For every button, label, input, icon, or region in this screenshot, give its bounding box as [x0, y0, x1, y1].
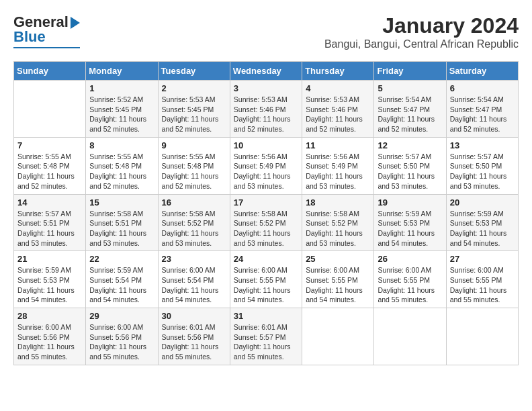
weekday-header: Thursday: [302, 62, 374, 81]
calendar-cell: [302, 308, 374, 365]
calendar-cell: 19Sunrise: 5:59 AMSunset: 5:53 PMDayligh…: [374, 194, 446, 251]
day-number: 23: [162, 254, 226, 264]
day-info: Sunrise: 6:00 AMSunset: 5:55 PMDaylight:…: [378, 265, 442, 305]
page-subtitle: Bangui, Bangui, Central African Republic: [324, 38, 519, 50]
day-info: Sunrise: 5:52 AMSunset: 5:45 PMDaylight:…: [89, 95, 154, 134]
day-info: Sunrise: 5:59 AMSunset: 5:54 PMDaylight:…: [89, 265, 154, 305]
day-info: Sunrise: 6:01 AMSunset: 5:57 PMDaylight:…: [234, 322, 298, 362]
calendar-cell: [374, 308, 446, 365]
day-number: 5: [378, 83, 442, 93]
logo: General Blue: [13, 13, 80, 48]
day-number: 27: [450, 254, 515, 264]
calendar-cell: 1Sunrise: 5:52 AMSunset: 5:45 PMDaylight…: [86, 81, 158, 138]
day-number: 26: [378, 254, 442, 264]
calendar-cell: 31Sunrise: 6:01 AMSunset: 5:57 PMDayligh…: [230, 308, 302, 365]
day-info: Sunrise: 5:59 AMSunset: 5:53 PMDaylight:…: [378, 209, 442, 248]
day-number: 6: [450, 83, 515, 93]
day-number: 31: [234, 311, 298, 321]
calendar-table: SundayMondayTuesdayWednesdayThursdayFrid…: [13, 61, 519, 365]
calendar-cell: 30Sunrise: 6:01 AMSunset: 5:56 PMDayligh…: [158, 308, 230, 365]
day-info: Sunrise: 5:59 AMSunset: 5:53 PMDaylight:…: [17, 265, 82, 305]
calendar-cell: 10Sunrise: 5:56 AMSunset: 5:49 PMDayligh…: [230, 137, 302, 194]
day-number: 17: [234, 197, 298, 208]
calendar-cell: 6Sunrise: 5:54 AMSunset: 5:47 PMDaylight…: [446, 81, 518, 138]
logo-arrow-icon: [71, 17, 80, 29]
day-number: 10: [234, 140, 298, 150]
weekday-header: Wednesday: [230, 62, 302, 81]
day-info: Sunrise: 5:57 AMSunset: 5:50 PMDaylight:…: [450, 152, 515, 191]
calendar-cell: 2Sunrise: 5:53 AMSunset: 5:45 PMDaylight…: [158, 81, 230, 138]
day-info: Sunrise: 5:58 AMSunset: 5:52 PMDaylight:…: [162, 209, 226, 248]
day-info: Sunrise: 5:57 AMSunset: 5:50 PMDaylight:…: [378, 152, 442, 191]
weekday-header: Saturday: [446, 62, 518, 81]
day-number: 14: [17, 197, 82, 208]
weekday-header: Tuesday: [158, 62, 230, 81]
calendar-cell: 23Sunrise: 6:00 AMSunset: 5:54 PMDayligh…: [158, 251, 230, 308]
day-number: 9: [162, 140, 226, 150]
calendar-cell: 4Sunrise: 5:53 AMSunset: 5:46 PMDaylight…: [302, 81, 374, 138]
day-info: Sunrise: 6:00 AMSunset: 5:55 PMDaylight:…: [306, 265, 370, 305]
day-info: Sunrise: 5:55 AMSunset: 5:48 PMDaylight:…: [17, 152, 82, 191]
day-number: 16: [162, 197, 226, 208]
logo-underline: [13, 47, 80, 48]
calendar-cell: 24Sunrise: 6:00 AMSunset: 5:55 PMDayligh…: [230, 251, 302, 308]
day-number: 25: [306, 254, 370, 264]
day-number: 19: [378, 197, 442, 208]
day-number: 8: [89, 140, 154, 150]
day-number: 2: [162, 83, 226, 93]
calendar-cell: 9Sunrise: 5:55 AMSunset: 5:48 PMDaylight…: [158, 137, 230, 194]
day-number: 22: [89, 254, 154, 264]
day-info: Sunrise: 5:54 AMSunset: 5:47 PMDaylight:…: [450, 95, 515, 134]
day-info: Sunrise: 5:58 AMSunset: 5:51 PMDaylight:…: [89, 209, 154, 248]
calendar-cell: [446, 308, 518, 365]
day-number: 3: [234, 83, 298, 93]
calendar-cell: 22Sunrise: 5:59 AMSunset: 5:54 PMDayligh…: [86, 251, 158, 308]
title-block: January 2024 Bangui, Bangui, Central Afr…: [324, 13, 519, 50]
weekday-header: Monday: [86, 62, 158, 81]
day-number: 30: [162, 311, 226, 321]
day-number: 11: [306, 140, 370, 150]
calendar-cell: 25Sunrise: 6:00 AMSunset: 5:55 PMDayligh…: [302, 251, 374, 308]
day-number: 7: [17, 140, 82, 150]
day-info: Sunrise: 5:56 AMSunset: 5:49 PMDaylight:…: [234, 152, 298, 191]
day-info: Sunrise: 5:57 AMSunset: 5:51 PMDaylight:…: [17, 209, 82, 248]
calendar-cell: 20Sunrise: 5:59 AMSunset: 5:53 PMDayligh…: [446, 194, 518, 251]
day-number: 21: [17, 254, 82, 264]
calendar-cell: 3Sunrise: 5:53 AMSunset: 5:46 PMDaylight…: [230, 81, 302, 138]
day-info: Sunrise: 5:54 AMSunset: 5:47 PMDaylight:…: [378, 95, 442, 134]
weekday-header: Friday: [374, 62, 446, 81]
day-info: Sunrise: 5:56 AMSunset: 5:49 PMDaylight:…: [306, 152, 370, 191]
calendar-cell: 12Sunrise: 5:57 AMSunset: 5:50 PMDayligh…: [374, 137, 446, 194]
day-info: Sunrise: 6:00 AMSunset: 5:54 PMDaylight:…: [162, 265, 226, 305]
day-info: Sunrise: 6:01 AMSunset: 5:56 PMDaylight:…: [162, 322, 226, 362]
calendar-cell: 11Sunrise: 5:56 AMSunset: 5:49 PMDayligh…: [302, 137, 374, 194]
day-number: 29: [89, 311, 154, 321]
calendar-cell: 21Sunrise: 5:59 AMSunset: 5:53 PMDayligh…: [14, 251, 86, 308]
day-number: 13: [450, 140, 515, 150]
day-info: Sunrise: 5:53 AMSunset: 5:45 PMDaylight:…: [162, 95, 226, 134]
weekday-header: Sunday: [14, 62, 86, 81]
calendar-cell: 15Sunrise: 5:58 AMSunset: 5:51 PMDayligh…: [86, 194, 158, 251]
day-number: 12: [378, 140, 442, 150]
day-number: 15: [89, 197, 154, 208]
calendar-cell: 5Sunrise: 5:54 AMSunset: 5:47 PMDaylight…: [374, 81, 446, 138]
calendar-cell: 29Sunrise: 6:00 AMSunset: 5:56 PMDayligh…: [86, 308, 158, 365]
day-info: Sunrise: 5:58 AMSunset: 5:52 PMDaylight:…: [306, 209, 370, 248]
calendar-cell: 14Sunrise: 5:57 AMSunset: 5:51 PMDayligh…: [14, 194, 86, 251]
day-info: Sunrise: 5:58 AMSunset: 5:52 PMDaylight:…: [234, 209, 298, 248]
calendar-cell: 7Sunrise: 5:55 AMSunset: 5:48 PMDaylight…: [14, 137, 86, 194]
calendar-cell: 18Sunrise: 5:58 AMSunset: 5:52 PMDayligh…: [302, 194, 374, 251]
day-info: Sunrise: 5:55 AMSunset: 5:48 PMDaylight:…: [162, 152, 226, 191]
calendar-cell: 17Sunrise: 5:58 AMSunset: 5:52 PMDayligh…: [230, 194, 302, 251]
day-info: Sunrise: 6:00 AMSunset: 5:55 PMDaylight:…: [234, 265, 298, 305]
day-number: 18: [306, 197, 370, 208]
day-info: Sunrise: 5:53 AMSunset: 5:46 PMDaylight:…: [306, 95, 370, 134]
day-info: Sunrise: 6:00 AMSunset: 5:55 PMDaylight:…: [450, 265, 515, 305]
calendar-cell: 13Sunrise: 5:57 AMSunset: 5:50 PMDayligh…: [446, 137, 518, 194]
day-info: Sunrise: 5:55 AMSunset: 5:48 PMDaylight:…: [89, 152, 154, 191]
calendar-cell: 28Sunrise: 6:00 AMSunset: 5:56 PMDayligh…: [14, 308, 86, 365]
day-number: 20: [450, 197, 515, 208]
day-info: Sunrise: 6:00 AMSunset: 5:56 PMDaylight:…: [17, 322, 82, 362]
day-number: 24: [234, 254, 298, 264]
calendar-cell: 27Sunrise: 6:00 AMSunset: 5:55 PMDayligh…: [446, 251, 518, 308]
